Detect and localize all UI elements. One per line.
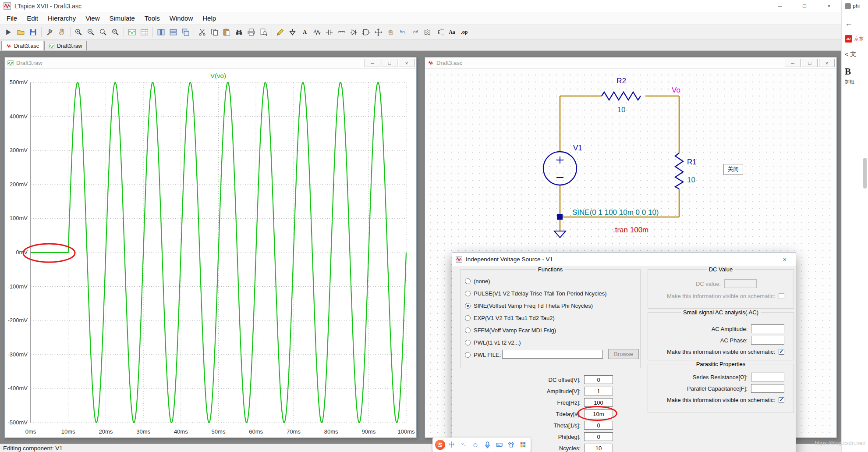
param-input[interactable] [584, 432, 613, 441]
text-tool-icon[interactable]: Aa [446, 26, 458, 39]
function-option[interactable]: (none) [461, 275, 640, 287]
rotate-icon[interactable] [434, 26, 446, 39]
dc-visible-checkbox[interactable] [779, 293, 784, 299]
wire-pencil-icon[interactable] [274, 26, 286, 39]
component-icon[interactable] [360, 26, 372, 39]
trace-legend[interactable]: V(vo) [210, 72, 226, 79]
redo-icon[interactable] [409, 26, 421, 39]
ac-visible-checkbox[interactable] [779, 349, 784, 355]
r1-value-label[interactable]: 10 [687, 176, 695, 184]
zoom-area-icon[interactable] [97, 26, 109, 39]
param-input[interactable] [584, 375, 613, 384]
undo-icon[interactable] [397, 26, 409, 39]
sine-spec-label[interactable]: SINE(0 1 100 10m 0 0 10) [572, 208, 659, 217]
punctuation-icon[interactable]: °· [458, 440, 469, 450]
zoom-full-icon[interactable] [110, 26, 121, 39]
menu-item[interactable]: Window [165, 12, 198, 25]
halt-icon[interactable] [56, 26, 68, 39]
zoom-out-icon[interactable] [85, 26, 97, 39]
open-icon[interactable] [15, 26, 27, 39]
param-input[interactable] [584, 409, 613, 418]
paste-icon[interactable] [221, 26, 233, 39]
param-input[interactable] [584, 398, 613, 407]
browse-button[interactable]: Browse [608, 349, 639, 359]
net-label-icon[interactable]: A [299, 26, 311, 39]
tab-draft3-raw[interactable]: Draft3.raw [44, 41, 87, 50]
mirror-icon[interactable] [422, 26, 433, 39]
close-icon[interactable]: × [819, 59, 835, 67]
param-input[interactable] [584, 421, 613, 430]
sogou-logo-icon[interactable]: S [435, 440, 445, 450]
cascade-icon[interactable] [180, 26, 191, 39]
vo-net-label[interactable]: Vo [672, 86, 680, 94]
move-icon[interactable] [372, 26, 384, 39]
menu-item[interactable]: Tools [140, 12, 165, 25]
tran-directive-label[interactable]: .tran 100m [613, 226, 648, 234]
resistor-r2[interactable] [602, 92, 641, 100]
dialog-titlebar[interactable]: Independent Voltage Source - V1 × [452, 253, 796, 266]
find-icon[interactable] [233, 26, 245, 39]
app-titlebar[interactable]: LTspice XVII - Draft3.asc ─ □ × [0, 0, 841, 12]
keyboard-icon[interactable] [494, 440, 504, 450]
minimize-icon[interactable]: ─ [365, 59, 380, 67]
collapse-item[interactable]: < 文 [842, 50, 868, 58]
series-resistance-input[interactable] [751, 373, 784, 381]
bold-button[interactable]: B [842, 66, 868, 77]
maximize-icon[interactable]: □ [382, 59, 397, 67]
diode-icon[interactable] [348, 26, 360, 39]
close-icon[interactable]: × [777, 253, 792, 266]
minimize-icon[interactable]: ─ [785, 59, 801, 67]
menu-item[interactable]: Hierarchy [43, 12, 81, 25]
menu-item[interactable]: Help [198, 12, 221, 25]
toolbox-icon[interactable] [517, 440, 528, 450]
chinese-mode-icon[interactable]: 中 [446, 440, 457, 450]
inductor-icon[interactable] [336, 26, 347, 39]
parallel-capacitance-input[interactable] [751, 384, 784, 393]
close-tooltip-button[interactable]: 关闭 [723, 164, 743, 175]
tab-draft3-asc[interactable]: Draft3.asc [1, 41, 43, 50]
profile-item[interactable]: phi [842, 3, 868, 9]
cut-icon[interactable] [196, 26, 208, 39]
selected-node-marker[interactable] [557, 214, 563, 220]
function-option[interactable]: EXP(V1 V2 Td1 Tau1 Td2 Tau2) [461, 312, 640, 324]
v1-name-label[interactable]: V1 [573, 144, 582, 152]
pwl-file-input[interactable] [502, 350, 603, 359]
minimize-icon[interactable]: ─ [768, 0, 792, 12]
param-input[interactable] [584, 444, 613, 452]
function-option[interactable]: SINE(Voffset Vamp Freq Td Theta Phi Ncyc… [461, 299, 640, 312]
tile-vertical-icon[interactable] [155, 26, 167, 39]
run-icon[interactable] [3, 26, 14, 39]
back-button[interactable]: ← [842, 19, 868, 28]
r1-name-label[interactable]: R1 [687, 158, 697, 166]
copy-icon[interactable] [209, 26, 220, 39]
close-icon[interactable]: × [817, 0, 841, 12]
tile-horizontal-icon[interactable] [167, 26, 179, 39]
function-option[interactable]: PULSE(V1 V2 Tdelay Trise Tfall Ton Perio… [461, 287, 640, 299]
menu-item[interactable]: File [2, 12, 22, 25]
menu-item[interactable]: Simulate [104, 12, 139, 25]
save-icon[interactable] [27, 26, 39, 39]
menu-item[interactable]: Edit [22, 12, 43, 25]
scrollbar-thumb[interactable] [863, 158, 867, 189]
function-option[interactable]: PWL(t1 v1 t2 v2...) [461, 336, 640, 349]
maximize-icon[interactable]: □ [802, 59, 818, 67]
print-preview-icon[interactable] [258, 26, 269, 39]
drag-icon[interactable] [385, 26, 397, 39]
schematic-window-titlebar[interactable]: Draft3.asc ─ □ × [425, 57, 836, 69]
zoom-in-icon[interactable] [73, 26, 85, 39]
ground-symbol[interactable] [554, 231, 566, 238]
r2-name-label[interactable]: R2 [616, 77, 626, 85]
emoji-icon[interactable]: ☺ [470, 440, 481, 450]
waveform-window-titlebar[interactable]: Draft3.raw ─ □ × [5, 57, 416, 69]
capacitor-icon[interactable] [323, 26, 335, 39]
plot-settings-icon[interactable] [138, 26, 150, 39]
control-panel-icon[interactable] [44, 26, 56, 39]
menu-item[interactable]: View [81, 12, 104, 25]
waveform-plot-area[interactable]: 0ms10ms20ms30ms40ms50ms60ms70ms80ms90ms1… [5, 69, 416, 438]
autorange-icon[interactable] [126, 26, 138, 39]
ac-amplitude-input[interactable] [751, 324, 784, 333]
parasitic-visible-checkbox[interactable] [779, 397, 784, 403]
close-icon[interactable]: × [399, 59, 415, 67]
print-icon[interactable] [245, 26, 257, 39]
r2-value-label[interactable]: 10 [617, 106, 626, 114]
